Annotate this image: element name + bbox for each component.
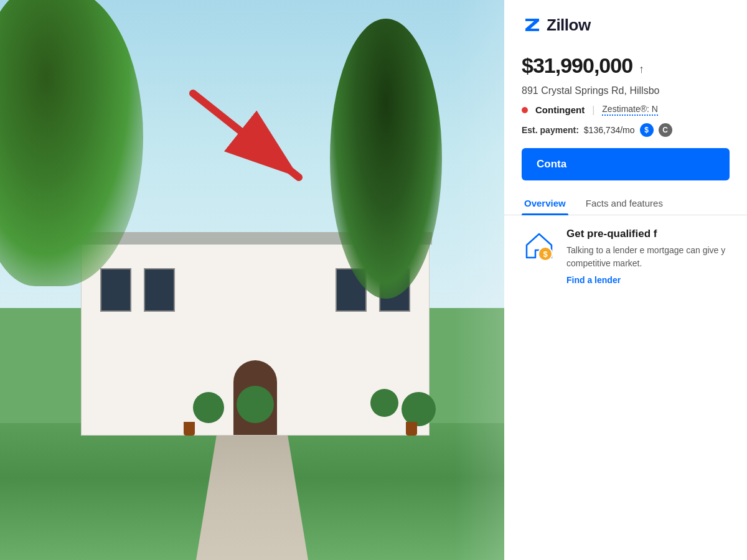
payment-label: Est. payment:	[522, 125, 579, 135]
listing-price: $31,990,000	[522, 54, 632, 78]
payment-info-icon[interactable]: C	[659, 123, 672, 137]
prequal-content: Get pre-qualified f Talking to a lender …	[566, 228, 730, 285]
payment-row: Est. payment: $136,734/mo $ C	[504, 121, 747, 146]
find-lender-link[interactable]: Find a lender	[566, 275, 730, 285]
house-image	[0, 0, 504, 560]
tabs-row: Overview Facts and features	[504, 190, 747, 215]
prequal-icon-wrap: $	[522, 228, 557, 263]
info-panel: Zillow $31,990,000 ↑ 891 Crystal Springs…	[504, 0, 747, 560]
prequal-body: Talking to a lender e mortgage can give …	[566, 244, 730, 270]
pot-left	[184, 422, 195, 436]
topiary-left	[193, 392, 224, 423]
svg-text:$: $	[543, 250, 548, 259]
topiary-far-right	[402, 392, 436, 426]
tab-overview[interactable]: Overview	[522, 190, 568, 215]
property-photo-panel	[0, 0, 504, 560]
prequal-section: $ Get pre-qualified f Talking to a lende…	[504, 215, 747, 297]
zillow-logo: Zillow	[522, 15, 730, 35]
zillow-icon	[522, 15, 542, 35]
status-dot	[522, 107, 528, 113]
tab-facts-features[interactable]: Facts and features	[583, 190, 665, 215]
house-dollar-icon: $	[522, 228, 557, 263]
topiary-right	[370, 389, 398, 417]
pot-right	[406, 422, 417, 436]
price-suffix: ↑	[639, 63, 644, 76]
topiary-center	[237, 386, 274, 423]
price-section: $31,990,000 ↑	[504, 45, 747, 83]
zestimate-label[interactable]: Zestimate®: N	[602, 104, 658, 116]
listing-status: Contingent	[535, 105, 585, 115]
zillow-header: Zillow	[504, 0, 747, 45]
status-row: Contingent | Zestimate®: N	[504, 100, 747, 121]
zillow-brand-name: Zillow	[547, 16, 591, 35]
contact-button[interactable]: Conta	[522, 148, 730, 180]
status-divider: |	[592, 105, 594, 116]
prequal-title: Get pre-qualified f	[566, 228, 730, 240]
payment-amount: $136,734/mo	[584, 125, 635, 135]
listing-address: 891 Crystal Springs Rd, Hillsbo	[504, 83, 747, 100]
payment-calculator-icon[interactable]: $	[640, 123, 654, 137]
price-row: $31,990,000 ↑	[522, 54, 730, 78]
